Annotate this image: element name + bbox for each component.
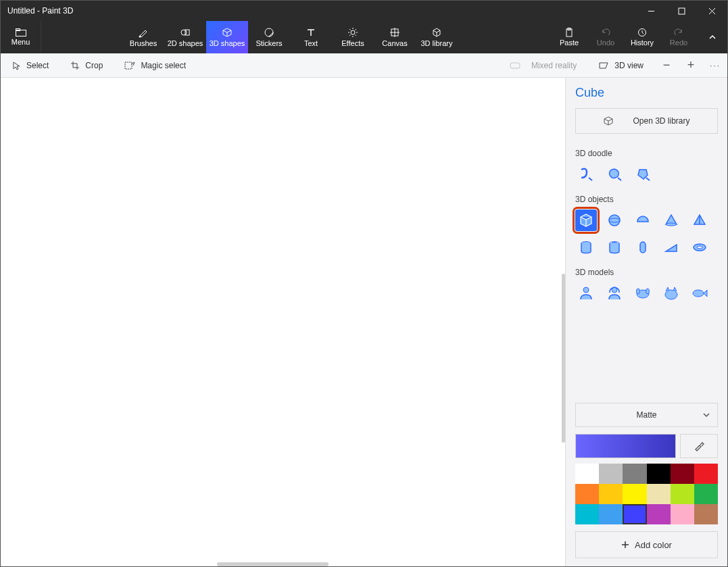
vertical-scrollbar[interactable] xyxy=(562,274,565,443)
shapes3d-icon xyxy=(222,27,233,38)
3d-view-tool[interactable]: 3D view xyxy=(587,53,654,77)
tab-canvas[interactable]: Canvas xyxy=(374,21,416,53)
zoom-out-button[interactable]: − xyxy=(654,53,679,77)
more-button[interactable]: ··· xyxy=(703,53,727,77)
zoom-in-button[interactable]: + xyxy=(679,53,703,77)
doodle-sharp[interactable] xyxy=(632,164,654,185)
tab-label: Stickers xyxy=(256,39,282,47)
doodle-tube[interactable] xyxy=(575,164,597,185)
paste-icon xyxy=(564,28,574,37)
redo-icon xyxy=(674,28,683,37)
tab-text[interactable]: Text xyxy=(290,21,332,53)
color-swatch[interactable] xyxy=(599,464,623,484)
history-icon xyxy=(637,28,647,37)
chevron-down-icon xyxy=(702,411,710,419)
tab-label: Effects xyxy=(341,39,364,47)
model-fish[interactable] xyxy=(689,282,710,304)
eyedropper-icon xyxy=(694,441,704,451)
material-label: Matte xyxy=(636,410,656,420)
minimize-button[interactable] xyxy=(636,1,666,21)
tab-3d-shapes[interactable]: 3D shapes xyxy=(206,21,248,53)
expand-ribbon-button[interactable] xyxy=(697,21,727,53)
color-swatch[interactable] xyxy=(623,504,646,524)
object-torus[interactable] xyxy=(689,237,710,258)
svg-line-17 xyxy=(349,35,351,36)
color-swatch[interactable] xyxy=(671,504,694,524)
object-cylinder[interactable] xyxy=(575,237,597,258)
titlebar: Untitled - Paint 3D xyxy=(1,1,727,21)
object-hemisphere[interactable] xyxy=(632,209,654,231)
svg-point-6 xyxy=(139,36,141,38)
color-swatch[interactable] xyxy=(623,464,646,484)
crop-icon xyxy=(70,61,80,70)
section-3d-objects: 3D objects xyxy=(575,195,718,204)
color-swatch[interactable] xyxy=(599,504,623,524)
paste-button[interactable]: Paste xyxy=(551,21,587,53)
color-swatch[interactable] xyxy=(694,504,718,524)
magic-select-tool[interactable]: Magic select xyxy=(114,53,197,77)
tab-effects[interactable]: Effects xyxy=(332,21,374,53)
text-icon xyxy=(306,27,316,38)
tab-label: 3D library xyxy=(420,39,452,47)
cursor-icon xyxy=(11,61,21,70)
current-color-swatch[interactable] xyxy=(575,434,676,458)
material-select[interactable]: Matte xyxy=(575,403,718,427)
model-dog[interactable] xyxy=(632,282,654,304)
model-woman[interactable] xyxy=(604,282,625,304)
color-swatch[interactable] xyxy=(575,504,599,524)
eyedropper-button[interactable] xyxy=(680,434,718,458)
properties-panel: Cube Open 3D library 3D doodle 3D object… xyxy=(565,78,727,566)
chevron-up-icon xyxy=(708,32,717,42)
tab-brushes[interactable]: Brushes xyxy=(122,21,164,53)
color-swatch[interactable] xyxy=(599,484,623,504)
menu-button[interactable]: Menu xyxy=(1,21,41,53)
horizontal-scrollbar[interactable] xyxy=(217,562,329,566)
color-swatch[interactable] xyxy=(575,484,599,504)
object-cone[interactable] xyxy=(660,209,682,231)
svg-point-42 xyxy=(637,289,640,294)
object-sphere[interactable] xyxy=(604,209,625,231)
current-color-row xyxy=(575,434,718,458)
doodle-soft[interactable] xyxy=(604,164,625,185)
object-wedge[interactable] xyxy=(660,237,682,258)
button-label: Add color xyxy=(635,540,672,550)
close-button[interactable] xyxy=(697,1,727,21)
object-pyramid[interactable] xyxy=(689,209,710,231)
model-man[interactable] xyxy=(575,282,597,304)
color-swatch[interactable] xyxy=(623,484,646,504)
library3d-icon xyxy=(431,27,442,38)
color-swatch[interactable] xyxy=(671,484,694,504)
color-swatch[interactable] xyxy=(694,484,718,504)
history-button[interactable]: History xyxy=(624,21,660,53)
section-3d-models: 3D models xyxy=(575,268,718,277)
model-cat[interactable] xyxy=(660,282,682,304)
color-swatch[interactable] xyxy=(694,464,718,484)
effects-icon xyxy=(347,27,358,38)
panel-title: Cube xyxy=(575,86,718,100)
tab-2d-shapes[interactable]: 2D shapes xyxy=(164,21,206,53)
object-tube[interactable] xyxy=(604,237,625,258)
tab-label: Brushes xyxy=(130,39,157,47)
select-tool[interactable]: Select xyxy=(1,53,59,77)
tab-stickers[interactable]: Stickers xyxy=(248,21,290,53)
ribbon-right: Paste Undo History Redo xyxy=(551,21,727,53)
color-swatch[interactable] xyxy=(575,464,599,484)
color-swatch[interactable] xyxy=(647,464,671,484)
color-swatch[interactable] xyxy=(671,464,694,484)
color-swatch[interactable] xyxy=(647,504,671,524)
color-swatch[interactable] xyxy=(647,484,671,504)
mixed-reality-tool: Mixed reality xyxy=(499,53,587,77)
svg-point-43 xyxy=(646,289,650,294)
crop-tool[interactable]: Crop xyxy=(59,53,114,77)
maximize-button[interactable] xyxy=(666,1,697,21)
object-cube[interactable] xyxy=(575,209,597,231)
redo-button[interactable]: Redo xyxy=(660,21,697,53)
undo-button[interactable]: Undo xyxy=(587,21,624,53)
canvas[interactable] xyxy=(1,78,565,566)
tab-3d-library[interactable]: 3D library xyxy=(416,21,458,53)
open-3d-library-button[interactable]: Open 3D library xyxy=(575,108,718,134)
svg-point-7 xyxy=(181,30,187,35)
add-color-button[interactable]: Add color xyxy=(575,531,718,558)
object-capsule[interactable] xyxy=(632,237,654,258)
tab-label: Undo xyxy=(597,39,614,47)
